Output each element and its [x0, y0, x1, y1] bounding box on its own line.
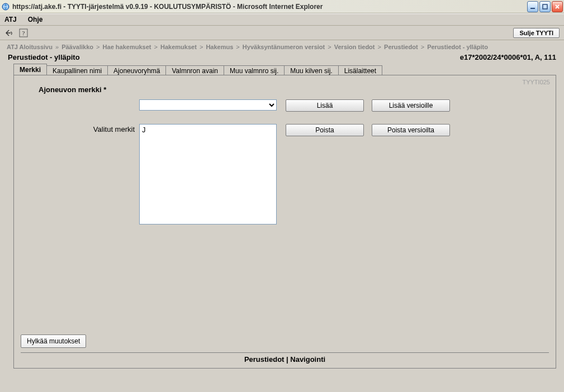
- tab-label: Muu valmnro sij.: [230, 67, 278, 75]
- bc-sep: >: [154, 44, 157, 50]
- lisaa-button[interactable]: Lisää: [286, 99, 364, 112]
- page-reference-code: e17*2002/24*0006*01, A, 111: [460, 53, 556, 61]
- valitut-merkit-listbox[interactable]: J: [139, 124, 277, 224]
- tab-panel-merkki: TYYTI025 Ajoneuvon merkki * Lisää Lisää …: [13, 75, 556, 369]
- bc-sep: »: [55, 44, 59, 50]
- tab-label: Lisälaitteet: [344, 67, 376, 75]
- poista-button[interactable]: Poista: [286, 124, 364, 136]
- bc-sep: >: [236, 44, 239, 50]
- poista-versioilta-button[interactable]: Poista versioilta: [372, 124, 450, 136]
- tab-merkki[interactable]: Merkki: [13, 64, 47, 75]
- ie-app-icon: [1, 2, 10, 11]
- bc-sep: >: [378, 44, 381, 50]
- svg-text:?: ?: [22, 30, 25, 36]
- tab-label: Kaupallinen nimi: [53, 67, 102, 75]
- window-controls: [527, 1, 563, 12]
- bc-hyvaksyntanumeron-versiot[interactable]: Hyväksyntänumeron versiot: [243, 44, 325, 50]
- tab-kaupallinen-nimi[interactable]: Kaupallinen nimi: [46, 65, 108, 75]
- list-item[interactable]: J: [142, 126, 274, 134]
- valitut-merkit-row: Valitut merkit J Poista Poista versioilt…: [39, 124, 543, 224]
- tab-ajoneuvoryhma[interactable]: Ajoneuvoryhmä: [107, 65, 166, 75]
- bc-version-tiedot[interactable]: Version tiedot: [334, 44, 375, 50]
- empty-label: [39, 99, 139, 101]
- tab-muu-valmnro-sij[interactable]: Muu valmnro sij.: [224, 65, 285, 75]
- tab-container: Merkki Kaupallinen nimi Ajoneuvoryhmä Va…: [0, 64, 564, 369]
- lisaa-versioille-button[interactable]: Lisää versioille: [372, 99, 450, 112]
- back-arrow-icon[interactable]: [4, 28, 13, 37]
- minimize-button[interactable]: [527, 1, 538, 12]
- panel-footer: Hylkää muutokset Perustiedot | Navigoint…: [21, 334, 549, 364]
- menubar: ATJ Ohje: [0, 13, 564, 26]
- hylkaa-muutokset-button[interactable]: Hylkää muutokset: [21, 334, 86, 348]
- menu-ohje[interactable]: Ohje: [28, 16, 43, 23]
- merkki-select[interactable]: [139, 99, 277, 111]
- bc-hakemus[interactable]: Hakemus: [206, 44, 233, 50]
- bc-perustiedot[interactable]: Perustiedot: [384, 44, 418, 50]
- window-titlebar: https://atj.ake.fi - TYYTI-järjestelmä v…: [0, 0, 564, 13]
- tab-muu-kilven-sij[interactable]: Muu kilven sij.: [284, 65, 338, 75]
- tab-valmnron-avain[interactable]: Valmnron avain: [165, 65, 224, 75]
- tab-label: Muu kilven sij.: [290, 67, 332, 75]
- bc-hakemukset[interactable]: Hakemukset: [160, 44, 197, 50]
- nav-toolbar: ? Sulje TYYTI: [0, 26, 564, 40]
- close-app-button[interactable]: Sulje TYYTI: [513, 28, 560, 38]
- bc-paavalikko[interactable]: Päävalikko: [61, 44, 93, 50]
- tab-label: Merkki: [20, 66, 41, 74]
- svg-rect-2: [543, 4, 547, 9]
- page-header: Perustiedot - ylläpito e17*2002/24*0006*…: [0, 52, 564, 64]
- bc-sep: >: [200, 44, 203, 50]
- footer-nav[interactable]: Perustiedot | Navigointi: [21, 352, 549, 364]
- valitut-merkit-label: Valitut merkit: [39, 124, 139, 133]
- tab-strip: Merkki Kaupallinen nimi Ajoneuvoryhmä Va…: [13, 64, 556, 75]
- page-title: Perustiedot - ylläpito: [8, 53, 80, 61]
- bc-hae-hakemukset[interactable]: Hae hakemukset: [103, 44, 151, 50]
- svg-rect-1: [530, 8, 535, 9]
- maximize-button[interactable]: [539, 1, 551, 12]
- bc-sep: >: [96, 44, 99, 50]
- bc-aloitussivu[interactable]: ATJ Aloitussivu: [7, 44, 53, 50]
- bc-sep: >: [328, 44, 331, 50]
- panel-code: TYYTI025: [522, 79, 550, 85]
- bc-current: Perustiedot - ylläpito: [427, 44, 488, 50]
- tab-label: Valmnron avain: [172, 67, 218, 75]
- close-button[interactable]: [552, 1, 563, 12]
- tab-lisalaitteet[interactable]: Lisälaitteet: [338, 65, 382, 75]
- breadcrumb: ATJ Aloitussivu » Päävalikko > Hae hakem…: [0, 40, 564, 52]
- menu-atj[interactable]: ATJ: [4, 16, 17, 23]
- window-title: https://atj.ake.fi - TYYTI-järjestelmä v…: [12, 3, 527, 11]
- tab-label: Ajoneuvoryhmä: [113, 67, 160, 75]
- ajoneuvon-merkki-label: Ajoneuvon merkki *: [39, 85, 543, 94]
- help-icon[interactable]: ?: [19, 28, 28, 37]
- merkki-select-row: Lisää Lisää versioille: [39, 99, 543, 112]
- bc-sep: >: [421, 44, 424, 50]
